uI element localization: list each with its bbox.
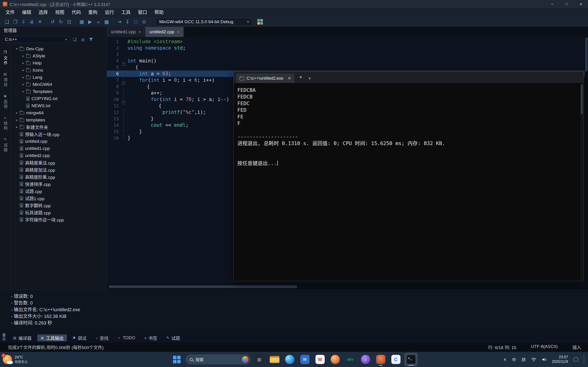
compile-button[interactable]: ▦ <box>78 18 86 26</box>
bottom-tab-调试[interactable]: ✱调试 <box>69 334 90 341</box>
horizontal-scrollbar[interactable] <box>107 284 585 290</box>
stop-button[interactable]: □ <box>132 18 140 26</box>
rebuild-button[interactable]: ▩ <box>103 18 111 26</box>
locate-file-icon[interactable]: ◎ <box>80 37 86 42</box>
menu-item-9[interactable]: 窗口 <box>134 8 151 17</box>
wifi-icon[interactable] <box>531 358 536 361</box>
expander-icon[interactable]: ▸ <box>20 61 26 65</box>
expander-icon[interactable]: ▸ <box>20 54 26 58</box>
bottom-tab-编译器[interactable]: ▤编译器 <box>10 334 35 341</box>
taskbar-search[interactable]: 搜索 <box>186 354 251 365</box>
step-into-button[interactable]: ↧ <box>123 18 132 26</box>
tree-item[interactable]: 高精度阶乘.cpp <box>11 173 107 180</box>
tree-item[interactable]: 试题.cpp <box>11 188 107 195</box>
menu-item-7[interactable]: 运行 <box>101 8 118 17</box>
bottom-tab-试题[interactable]: ✎试题 <box>163 334 184 341</box>
tree-item[interactable]: untitled2.cpp <box>11 152 107 159</box>
taskbar-terminal[interactable]: >_ <box>404 353 418 366</box>
taskbar-caj-viewer[interactable]: C <box>389 353 403 366</box>
expander-icon[interactable]: ▸ <box>14 111 20 115</box>
tree-item[interactable]: NEWS.txt <box>11 102 107 109</box>
expander-icon[interactable]: ▸ <box>20 90 26 93</box>
menu-item-5[interactable]: 代码 <box>68 8 85 17</box>
bottom-tab-工具输出[interactable]: ▣工具输出 <box>37 334 67 341</box>
compiler-profile-select[interactable]: MinGW-w64 GCC 11.5.0 64-bit Debug ▾ <box>156 18 252 26</box>
tree-item[interactable]: 高精度加法.cpp <box>11 166 107 173</box>
taskbar-file-explorer[interactable] <box>268 353 281 366</box>
scrollbar-thumb[interactable] <box>581 84 583 114</box>
modules-grid-icon[interactable] <box>257 19 263 25</box>
working-folder-select[interactable]: C:/c++ ▾ <box>2 36 69 43</box>
tree-item[interactable]: 预输入这一块.cpp <box>11 131 107 138</box>
tree-item[interactable]: COPYING.txt <box>11 95 107 102</box>
console-dropdown-icon[interactable]: ∨ <box>308 76 311 80</box>
taskbar-redpanda-cpp[interactable] <box>374 353 387 366</box>
scrollbar-thumb[interactable] <box>585 37 588 72</box>
tree-item[interactable]: ▸AStyle <box>11 52 107 59</box>
taskbar-weather-widget[interactable]: 5 24°C 局部多云 <box>3 355 62 364</box>
compile-run-button[interactable]: » <box>94 18 103 26</box>
open-file-button[interactable]: ❐ <box>11 18 19 26</box>
tree-item[interactable]: ▸新建文件夹 <box>11 124 107 131</box>
bottom-tab-书签[interactable]: ≡书签 <box>141 334 161 341</box>
taskbar-mail-app[interactable]: ✉ <box>298 353 311 366</box>
redo-button[interactable]: ↻ <box>57 18 65 26</box>
tree-item[interactable]: untitled1.cpp <box>11 145 107 152</box>
bottom-tab-TODO[interactable]: ✓TODO <box>114 334 138 341</box>
menu-item-6[interactable]: 重构 <box>85 8 101 17</box>
tree-item[interactable]: 试题1.cpp <box>11 195 107 202</box>
minimize-button[interactable]: ─ <box>545 0 560 8</box>
console-close-icon[interactable]: ✕ <box>288 76 291 81</box>
notifications-icon[interactable] <box>573 358 578 361</box>
activity-tab-监视[interactable]: ◉监视 <box>2 94 8 109</box>
editor-tab-untitled2.cpp[interactable]: untitled2.cpp× <box>145 27 184 37</box>
tree-item[interactable]: ▸Help <box>11 59 107 67</box>
tree-item[interactable]: 快速排序.cpp <box>11 180 107 188</box>
menu-item-10[interactable]: 帮助 <box>151 8 167 17</box>
console-output[interactable]: FEDCBAFEDCBFEDCFEDFEF-------------------… <box>234 83 580 281</box>
scrollbar-thumb[interactable] <box>109 285 297 288</box>
undo-button[interactable]: ↺ <box>49 18 57 26</box>
tree-item[interactable]: untitled.cpp <box>11 138 107 145</box>
volume-icon[interactable] <box>542 358 546 361</box>
close-file-button[interactable]: ✕ <box>36 18 44 26</box>
tree-item[interactable]: ▸Templates <box>11 88 107 95</box>
vertical-scrollbar[interactable] <box>585 27 588 290</box>
taskbar-edge-browser[interactable] <box>283 353 296 366</box>
tree-item[interactable]: 高精度乘法.cpp <box>11 159 107 166</box>
tree-item[interactable]: ▸mingw64 <box>11 109 107 116</box>
filter-icon[interactable] <box>89 37 93 42</box>
tree-item[interactable]: 字符操作这一块.cpp <box>11 216 107 223</box>
editor-tab-untitled1.cpp[interactable]: untitled1.cpp× <box>107 27 145 37</box>
taskbar-dev-cpp[interactable]: DEV <box>344 353 357 366</box>
expander-icon[interactable]: ▸ <box>20 68 26 72</box>
menu-item-3[interactable]: 选择 <box>35 8 52 17</box>
activity-tab-结构[interactable]: ≡结构 <box>2 116 8 131</box>
tree-item[interactable]: 玩具谜题.cpp <box>11 209 107 216</box>
close-button[interactable]: ✕ <box>574 0 588 8</box>
fullscreen-button[interactable]: ⊡ <box>65 18 73 26</box>
show-desktop-strip[interactable] <box>584 355 584 364</box>
expander-icon[interactable]: ▸ <box>14 125 20 129</box>
tab-close-icon[interactable]: × <box>138 30 141 34</box>
tree-item[interactable]: ▸templates <box>11 116 107 124</box>
expander-icon[interactable]: ▸ <box>20 75 26 79</box>
expander-icon[interactable]: ▾ <box>14 47 20 50</box>
console-new-tab-button[interactable]: + <box>299 74 302 80</box>
ime-language-indicator[interactable]: 中 <box>512 357 516 362</box>
ime-pinyin-indicator[interactable]: 拼 <box>522 357 526 362</box>
taskbar-app-dark[interactable]: ▦ <box>253 353 266 366</box>
taskbar-wps-office[interactable]: W <box>313 353 327 366</box>
menu-item-4[interactable]: 视图 <box>52 8 68 17</box>
taskbar-clock[interactable]: 23:07 2025/11/9 <box>552 355 568 364</box>
maximize-button[interactable]: □ <box>560 0 574 8</box>
bottom-tab-查找[interactable]: ○查找 <box>92 334 112 341</box>
menu-item-1[interactable]: 文件 <box>2 8 18 17</box>
console-scrollbar[interactable] <box>580 83 583 281</box>
menu-item-8[interactable]: 工具 <box>118 8 134 17</box>
hidden-icons-chevron[interactable]: ∧ <box>503 357 506 362</box>
activity-tab-项目[interactable]: ▤项目 <box>2 72 8 87</box>
console-tab[interactable]: C:\c++\untitled2.exe ✕ <box>236 74 294 83</box>
debug-button[interactable]: ⇥ <box>115 18 123 26</box>
taskbar-music-app[interactable]: ♪ <box>359 353 372 366</box>
